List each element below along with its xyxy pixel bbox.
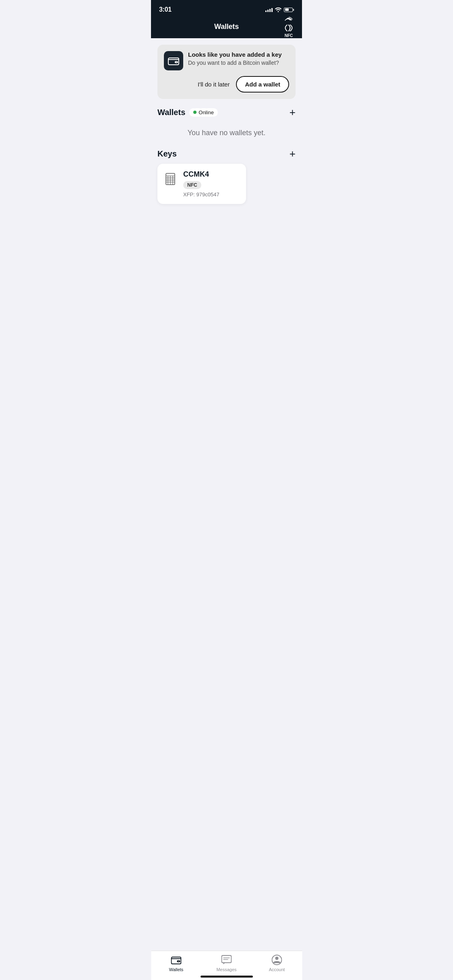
- notification-card: Looks like you have added a key Do you w…: [157, 45, 296, 99]
- key-device-icon: [164, 172, 178, 186]
- nfc-button[interactable]: NFC: [283, 16, 294, 38]
- online-dot: [193, 111, 197, 114]
- notification-header: Looks like you have added a key Do you w…: [164, 51, 289, 70]
- nfc-icon: [284, 16, 294, 24]
- keys-title: Keys: [157, 149, 177, 159]
- notification-title: Looks like you have added a key: [188, 51, 282, 58]
- status-bar: 3:01: [151, 0, 302, 18]
- key-nfc-badge: NFC: [183, 181, 201, 189]
- wifi-icon: [275, 7, 281, 12]
- wallets-empty-message: You have no wallets yet.: [157, 122, 296, 140]
- page-header: Wallets NFC: [151, 18, 302, 38]
- nfc-label: NFC: [285, 33, 293, 38]
- online-text: Online: [199, 109, 214, 115]
- wallets-section-header: Wallets Online +: [157, 107, 296, 117]
- notification-subtitle: Do you want to add a Bitcoin wallet?: [188, 60, 282, 66]
- wallets-section: Wallets Online + You have no wallets yet…: [157, 107, 296, 140]
- status-time: 3:01: [159, 6, 172, 13]
- add-wallet-button[interactable]: Add a wallet: [236, 76, 289, 93]
- notification-text: Looks like you have added a key Do you w…: [188, 51, 282, 66]
- later-button[interactable]: I'll do it later: [198, 81, 230, 88]
- add-wallet-section-button[interactable]: +: [290, 107, 296, 117]
- battery-icon: [284, 8, 294, 12]
- wallets-title: Wallets: [157, 108, 185, 117]
- notification-actions: I'll do it later Add a wallet: [164, 76, 289, 93]
- svg-point-2: [176, 62, 177, 63]
- key-info: CCMK4 NFC XFP: 979c0547: [183, 170, 240, 198]
- wallet-icon-box: [164, 51, 183, 70]
- key-card[interactable]: CCMK4 NFC XFP: 979c0547: [157, 164, 246, 204]
- nfc-waves-icon: [283, 25, 294, 32]
- online-badge: Online: [189, 108, 218, 117]
- wallet-icon: [168, 56, 179, 65]
- main-content: Looks like you have added a key Do you w…: [151, 38, 302, 218]
- add-key-button[interactable]: +: [290, 148, 296, 159]
- keys-section: Keys + CCMK4 NFC: [157, 148, 296, 204]
- key-name: CCMK4: [183, 170, 240, 179]
- status-icons: [265, 7, 294, 12]
- wallets-title-group: Wallets Online: [157, 108, 218, 117]
- keys-section-header: Keys +: [157, 148, 296, 159]
- page-title: Wallets: [214, 23, 239, 31]
- signal-icon: [265, 7, 273, 12]
- key-xfp: XFP: 979c0547: [183, 191, 240, 198]
